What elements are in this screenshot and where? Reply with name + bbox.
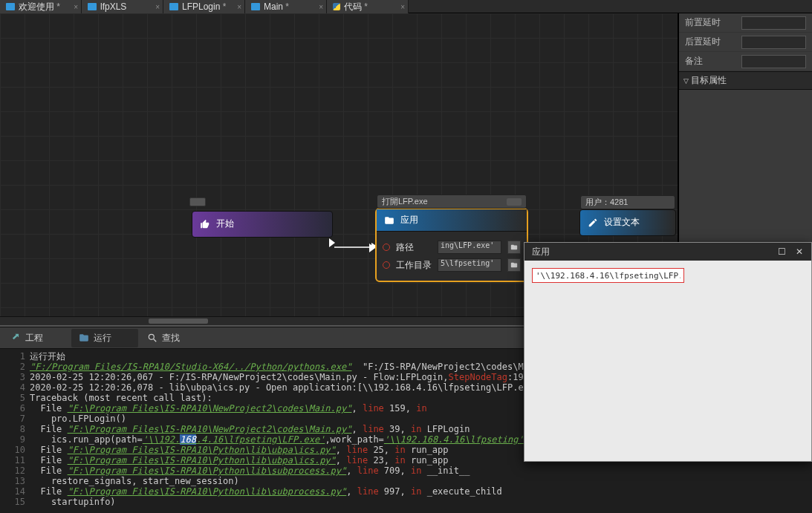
popup-titlebar[interactable]: 应用 ☐ ✕ <box>524 243 811 261</box>
flow-icon <box>169 3 178 10</box>
tab-code[interactable]: 代码 × <box>327 0 409 13</box>
prop-input[interactable] <box>741 16 806 30</box>
tab-bar: 欢迎使用 × lfpXLS × LFPLogin × Main × 代码 × <box>0 0 812 13</box>
close-button[interactable]: ✕ <box>790 244 808 260</box>
node-start[interactable]: 开始 <box>192 211 333 238</box>
node-caption: 打開LFP.exe <box>377 195 527 209</box>
folder-open-icon <box>384 215 394 226</box>
node-app-label: 应用 <box>400 214 418 226</box>
node-start-label: 开始 <box>216 218 234 230</box>
close-icon[interactable]: × <box>237 3 241 11</box>
tab-main[interactable]: Main × <box>245 0 327 13</box>
port-in-icon[interactable] <box>369 244 375 252</box>
prop-workdir: 工作目录 5\lfpseting' <box>383 258 521 272</box>
flow-icon <box>6 3 15 10</box>
popup-path-input[interactable] <box>532 268 684 283</box>
svg-line-1 <box>154 339 157 342</box>
popup-window[interactable]: 应用 ☐ ✕ <box>524 242 812 462</box>
close-icon[interactable]: × <box>155 3 160 11</box>
tab-label: 代码 <box>344 1 368 13</box>
tab-welcome[interactable]: 欢迎使用 × <box>0 0 82 13</box>
prop-input[interactable] <box>741 36 806 49</box>
flow-icon <box>88 3 97 10</box>
prop-pre-delay: 前置延时 <box>679 13 812 33</box>
browse-button[interactable] <box>507 258 521 272</box>
prop-workdir-label: 工作目录 <box>396 259 432 272</box>
prop-label: 前置延时 <box>685 16 737 29</box>
tab-label: 欢迎使用 <box>19 1 60 13</box>
svg-point-0 <box>149 334 154 339</box>
tab-lfpxls[interactable]: lfpXLS × <box>82 0 163 13</box>
btn-label: 查找 <box>162 332 180 344</box>
maximize-button[interactable]: ☐ <box>773 244 790 260</box>
node-settext-label: 设置文本 <box>604 216 640 229</box>
prop-path-value[interactable]: ing\LFP.exe' <box>438 241 501 254</box>
tab-lfplogin[interactable]: LFPLogin × <box>163 0 245 13</box>
edge <box>334 246 373 248</box>
search-icon <box>147 333 157 343</box>
section-target[interactable]: 目标属性 <box>679 71 812 90</box>
prop-workdir-value[interactable]: 5\lfpseting' <box>438 258 501 272</box>
bullet-icon <box>383 244 390 251</box>
hammer-icon <box>10 333 21 343</box>
edit-icon <box>588 218 598 228</box>
prop-path: 路径 ing\LFP.exe' <box>383 241 521 254</box>
folder-icon <box>79 333 89 343</box>
prop-remark: 备注 <box>679 52 812 71</box>
flow-icon <box>251 3 260 10</box>
tab-label: lfpXLS <box>100 1 126 12</box>
tab-label: Main <box>264 1 289 12</box>
node-caption-text: 打開LFP.exe <box>382 196 428 207</box>
node-settext[interactable]: 用户：4281 设置文本 <box>579 209 676 236</box>
tab-run[interactable]: 运行 <box>71 329 138 347</box>
prop-label: 后置延时 <box>685 36 737 48</box>
tab-label: LFPLogin <box>182 1 226 12</box>
tab-project[interactable]: 工程 <box>3 329 70 347</box>
close-icon[interactable]: × <box>319 3 323 11</box>
prop-post-delay: 后置延时 <box>679 33 812 52</box>
browse-button[interactable] <box>507 241 521 254</box>
prop-path-label: 路径 <box>396 241 432 254</box>
scrollbar-thumb[interactable] <box>149 318 208 324</box>
btn-label: 工程 <box>25 332 43 344</box>
thumbs-up-icon <box>200 219 210 229</box>
node-caption: 用户：4281 <box>580 195 675 209</box>
node-app[interactable]: 打開LFP.exe 应用 路径 ing\LFP.exe' <box>375 208 528 282</box>
node-badge-icon <box>189 197 206 206</box>
close-icon[interactable]: × <box>400 3 405 11</box>
popup-title: 应用 <box>532 246 550 258</box>
python-icon <box>333 3 340 10</box>
popup-body <box>524 261 811 290</box>
prop-input[interactable] <box>741 55 806 68</box>
options-icon[interactable] <box>507 198 522 206</box>
node-caption-text: 用户：4281 <box>585 197 628 206</box>
btn-label: 运行 <box>94 332 111 344</box>
tab-find[interactable]: 查找 <box>140 329 207 347</box>
prop-label: 备注 <box>685 55 737 68</box>
close-icon[interactable]: × <box>74 3 78 11</box>
line-gutter: 1 2 3 4 5 6 7 8 9 10 11 12 13 14 15 <box>0 351 30 511</box>
bullet-icon <box>383 261 390 269</box>
